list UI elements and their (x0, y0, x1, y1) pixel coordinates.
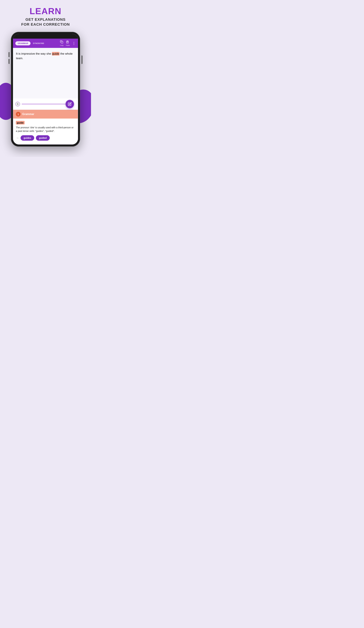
suggestion-guided-button[interactable]: guided (36, 135, 50, 141)
suggestion-guides-button[interactable]: guides (21, 135, 34, 141)
explanation-text: The pronoun 'she' is usually used with a… (16, 126, 75, 133)
text-before-highlight: It is impressive the way she (16, 52, 52, 55)
copy-label: Copy (60, 45, 63, 46)
volume-up-button (9, 52, 9, 57)
phone-screen: GRAMMAR SYNONYMS Copy (13, 34, 78, 145)
tab-grammar[interactable]: GRAMMAR (15, 41, 31, 45)
power-button (82, 56, 82, 64)
paste-label: Paste (66, 45, 70, 46)
header-section: LEARN GET EXPLANATIONS FOR EACH CORRECTI… (0, 0, 91, 32)
copy-icon (60, 40, 63, 44)
text-content: It is impressive the way she guide the w… (16, 52, 75, 61)
correction-line (22, 104, 65, 104)
arrow-icon: → (16, 136, 19, 140)
highlighted-word[interactable]: guide (52, 52, 60, 56)
svg-rect-4 (67, 42, 68, 42)
volume-down-button (9, 59, 9, 64)
grammar-badge: 1 (16, 112, 21, 117)
grammar-card-header: 1 Grammar (13, 110, 78, 119)
tab-synonyms[interactable]: SYNONYMS (32, 41, 45, 45)
page-subtitle: GET EXPLANATIONS FOR EACH CORRECTION (3, 17, 88, 27)
phone-notch (13, 34, 78, 39)
bottom-row: 1 (13, 98, 78, 110)
text-area: It is impressive the way she guide the w… (13, 48, 78, 98)
grammar-card-body: guide The pronoun 'she' is usually used … (13, 119, 78, 144)
phone-frame: GRAMMAR SYNONYMS Copy (11, 32, 80, 147)
edit-fab-button[interactable] (65, 100, 74, 108)
correction-number: 1 (15, 102, 20, 106)
paste-icon (66, 40, 69, 44)
app-header: GRAMMAR SYNONYMS Copy (13, 39, 78, 48)
grammar-card: 1 Grammar guide The pronoun 'she' is usu… (13, 110, 78, 145)
paste-button[interactable]: Paste (66, 40, 70, 46)
more-options-button[interactable]: ⋮ (72, 42, 76, 45)
suggestions-row: → guides guided (16, 135, 75, 142)
svg-rect-3 (67, 42, 68, 42)
copy-button[interactable]: Copy (60, 40, 63, 46)
svg-rect-0 (61, 41, 63, 43)
phone-container: GRAMMAR SYNONYMS Copy (11, 32, 80, 147)
subtitle-line2: FOR EACH CORRECTION (21, 22, 70, 26)
subtitle-line1: GET EXPLANATIONS (25, 17, 65, 22)
header-actions: Copy Paste (60, 40, 76, 46)
error-word: guide (16, 121, 25, 124)
grammar-title: Grammar (22, 113, 34, 116)
page-title: LEARN (3, 7, 88, 15)
